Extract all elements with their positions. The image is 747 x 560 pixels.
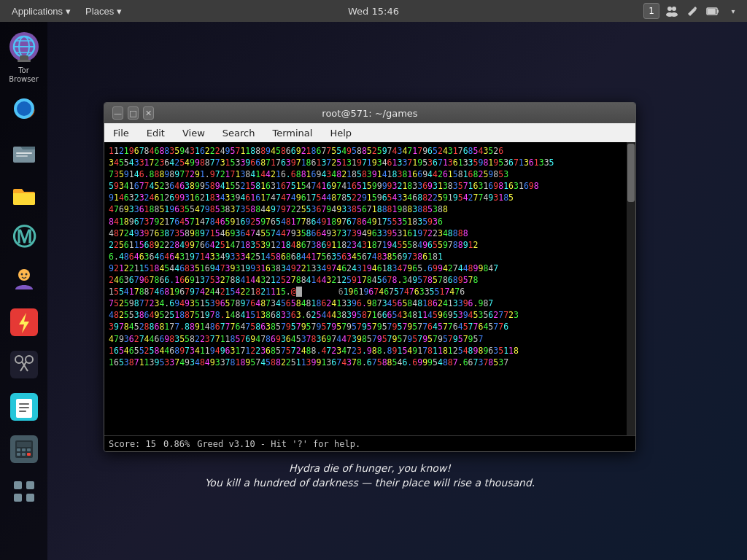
files-icon [7,136,42,171]
menu-search[interactable]: Search [214,123,264,142]
svg-point-1 [672,7,676,11]
sidebar-item-firefox[interactable] [3,91,45,128]
menu-help[interactable]: Help [321,123,360,142]
svg-rect-19 [16,155,28,157]
panel-right: 1 ▾ [643,3,741,19]
apps-icon [7,474,42,509]
tor-browser-icon [7,29,42,64]
top-panel: Applications ▾ Places ▾ Wed 15:46 1 [0,0,747,22]
folder-icon [7,178,42,213]
sidebar: Tor Browser [0,22,47,560]
svg-rect-43 [27,453,31,456]
terminal-content[interactable]: 1121967846883594316222495711888945866921… [104,142,627,435]
sidebar-item-calculator[interactable] [3,432,45,467]
svg-rect-39 [22,448,26,451]
svg-rect-34 [19,411,26,412]
battery-dropdown[interactable]: ▾ [725,3,741,19]
game-message-1: Hydra die of hunger, you know! [104,462,636,474]
sidebar-item-folder[interactable] [3,178,45,213]
status-score: Score: 15 [109,439,156,449]
sidebar-item-notepad[interactable] [3,389,45,424]
game-messages-area: Hydra die of hunger, you know! You kill … [104,459,636,491]
svg-rect-6 [708,9,716,14]
svg-rect-40 [27,448,31,451]
sidebar-item-tool[interactable] [3,347,45,382]
zap-icon [7,305,42,340]
manga-icon: Ⓜ [7,220,42,255]
menu-file[interactable]: File [104,123,138,142]
svg-rect-32 [19,403,29,405]
applications-arrow: ▾ [66,6,71,17]
svg-rect-46 [14,494,22,502]
people-icon[interactable] [664,3,680,19]
desktop: Tor Browser [0,22,747,560]
window-minimize[interactable]: — [112,106,123,120]
svg-point-16 [17,101,31,116]
notepad-icon [7,389,42,424]
firefox-icon [7,91,42,126]
status-game: Greed v3.10 - Hit '?' for help. [197,439,360,449]
terminal-body[interactable]: 1121967846883594316222495711888945866921… [104,142,635,435]
svg-rect-5 [717,10,719,13]
window-close[interactable]: ✕ [143,106,154,120]
terminal-window: — □ ✕ root@571: ~/games File Edit View S… [104,102,636,452]
scrollbar-thumb[interactable] [627,144,635,202]
panel-clock: Wed 15:46 [348,6,399,17]
applications-menu[interactable]: Applications ▾ [6,4,77,18]
svg-rect-14 [18,60,31,62]
terminal-scrollbar[interactable] [627,142,635,435]
svg-rect-38 [17,448,20,451]
terminal-statusbar: Score: 15 0.86% Greed v3.10 - Hit '?' fo… [104,435,635,451]
svg-point-20 [18,269,30,281]
menu-edit[interactable]: Edit [138,123,174,142]
panel-left: Applications ▾ Places ▾ [6,4,128,18]
tor-browser-label: Tor Browser [3,66,45,84]
svg-point-3 [670,12,678,17]
places-menu[interactable]: Places ▾ [80,4,128,18]
calculator-icon [7,432,42,467]
window-controls: — □ ✕ [110,106,154,120]
svg-point-22 [25,273,27,276]
game-message-2: You kill a hundred of darkness — their p… [104,477,636,489]
battery-icon[interactable] [705,3,721,19]
sidebar-item-game-char[interactable] [3,262,45,298]
svg-rect-18 [16,152,32,154]
svg-rect-13 [20,55,28,61]
pen-icon[interactable] [684,3,700,19]
menu-terminal[interactable]: Terminal [263,123,321,142]
sidebar-item-zap[interactable] [3,305,45,340]
svg-rect-42 [22,453,26,456]
svg-rect-47 [26,494,34,502]
svg-rect-33 [19,407,29,408]
svg-rect-37 [17,442,31,447]
char-icon [7,262,42,298]
svg-rect-44 [14,481,22,489]
tool-icon [7,347,42,382]
sidebar-item-files[interactable] [3,136,45,171]
sidebar-item-tor-browser[interactable]: Tor Browser [3,29,45,84]
sidebar-item-manga[interactable]: Ⓜ [3,220,45,255]
workspace-indicator[interactable]: 1 [643,3,659,19]
svg-point-0 [667,7,672,11]
status-pct: 0.86% [163,439,190,449]
window-maximize[interactable]: □ [128,106,139,120]
terminal-menubar: File Edit View Search Terminal Help [104,123,635,142]
places-arrow: ▾ [117,6,122,17]
menu-view[interactable]: View [174,123,214,142]
sidebar-item-apps[interactable] [3,474,45,509]
svg-point-21 [20,273,23,276]
places-label: Places [85,6,114,17]
terminal-titlebar: — □ ✕ root@571: ~/games [104,103,635,123]
svg-rect-41 [17,453,20,456]
svg-rect-45 [26,481,34,489]
terminal-title: root@571: ~/games [154,108,586,119]
applications-label: Applications [12,6,63,17]
